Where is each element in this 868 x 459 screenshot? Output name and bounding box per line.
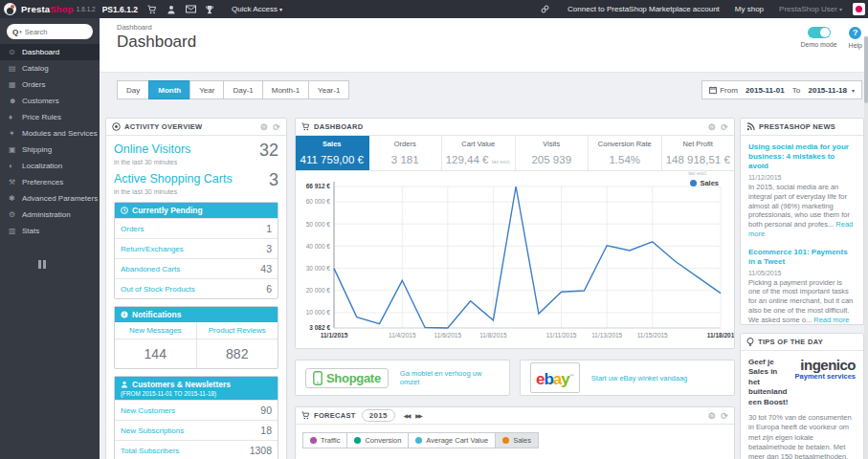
svg-text:60 000 €: 60 000 € — [306, 198, 331, 205]
svg-text:11/18/201: 11/18/201 — [707, 332, 734, 339]
prestashop-logo-icon[interactable] — [4, 3, 16, 15]
panel-title: FORECAST — [314, 411, 356, 420]
refresh-icon[interactable]: ⟳ — [721, 122, 728, 132]
product-reviews-link[interactable]: Product Reviews — [197, 322, 278, 339]
demo-mode-toggle[interactable] — [808, 27, 831, 38]
filter-year-1-button[interactable]: Year-1 — [308, 80, 349, 99]
chevron-down-icon: ▾ — [19, 29, 22, 34]
user-icon — [121, 381, 128, 388]
pending-row-out-of-stock: Out of Stock Products6 — [115, 278, 278, 298]
gear-icon[interactable]: ⚙ — [260, 122, 268, 132]
activity-overview-panel: ACTIVITY OVERVIEW ⚙ ⟳ Online Visitors32 … — [105, 118, 287, 459]
filter-year-button[interactable]: Year — [189, 80, 224, 99]
kpi-sales[interactable]: Sales 411 759,00 € tax excl. — [296, 136, 369, 170]
svg-text:11/11/2015: 11/11/2015 — [546, 332, 577, 339]
panel-title: ACTIVITY OVERVIEW — [124, 122, 203, 131]
breadcrumb[interactable]: Dashboard — [117, 23, 152, 32]
forecast-legend-sales[interactable]: Sales — [495, 432, 539, 448]
sidebar-search[interactable]: Q▾ — [7, 24, 93, 39]
customers-row-new-subscriptions: New Subscriptions18 — [115, 420, 278, 440]
svg-text:40 000 €: 40 000 € — [306, 243, 331, 250]
user-avatar[interactable] — [853, 3, 865, 15]
kpi-conversion-rate[interactable]: Conversion Rate 1.54% — [589, 136, 662, 170]
sidebar-collapse-button[interactable] — [38, 260, 100, 269]
previous-year-button[interactable]: ◀◀ — [401, 411, 412, 421]
info-icon — [121, 311, 128, 318]
sidebar-item-catalog[interactable]: ▤Catalog — [0, 60, 100, 76]
news-article-title[interactable]: Using social media for your business: 4 … — [748, 142, 856, 171]
kpi-net-profit[interactable]: Net Profit 148 918,51 € tax excl. — [662, 136, 735, 170]
filter-day-button[interactable]: Day — [117, 80, 149, 99]
kpi-visits[interactable]: Visits 205 939 — [516, 136, 590, 170]
sidebar-item-preferences[interactable]: ⚒Preferences — [0, 174, 100, 190]
forecast-legend-traffic[interactable]: Traffic — [302, 432, 347, 448]
sidebar-item-price-rules[interactable]: ♦Price Rules — [0, 109, 100, 125]
administration-icon: ⚙ — [9, 210, 22, 219]
next-year-button[interactable]: ▶▶ — [412, 411, 424, 421]
chart-legend[interactable]: Sales — [690, 179, 719, 187]
gear-icon[interactable]: ⚙ — [708, 122, 716, 132]
marketplace-connect-link[interactable]: Connect to PrestaShop Marketplace accoun… — [568, 5, 720, 13]
sidebar-item-dashboard[interactable]: ⊙Dashboard — [0, 44, 100, 60]
messages-icon[interactable] — [186, 5, 205, 13]
profile-icon[interactable] — [167, 5, 186, 14]
sales-series-dot — [690, 180, 697, 186]
gear-icon[interactable]: ⚙ — [708, 411, 716, 421]
search-input[interactable] — [25, 28, 80, 36]
news-article-title[interactable]: Ecommerce 101: Payments in a Tweet — [748, 248, 856, 267]
customers-newsletters-section: Customers & Newsletters (FROM 2015-11-01… — [114, 376, 278, 459]
tip-body: 30 tot 70% van de consumenten in Europa … — [748, 413, 856, 459]
forecast-legend-average-cart-value[interactable]: Average Cart Value — [408, 432, 496, 448]
svg-text:11/4/2015: 11/4/2015 — [389, 332, 416, 339]
read-more-link[interactable]: Read more — [813, 316, 849, 324]
shopgate-link[interactable]: Ga mobiel en verhoog uw omzet — [400, 369, 500, 386]
user-menu[interactable]: PrestaShop User▾ — [779, 5, 842, 13]
news-article-date: 11/05/2015 — [748, 270, 856, 276]
panel-title: DASHBOARD — [314, 122, 363, 131]
rss-icon — [746, 122, 755, 131]
page-scrollbar[interactable] — [864, 36, 868, 459]
date-range-picker[interactable]: From 2015-11-01 To 2015-11-18 ▾ — [701, 80, 862, 99]
new-messages-link[interactable]: New Messages — [115, 322, 196, 339]
sidebar-item-localization[interactable]: ◐Localization — [0, 158, 100, 174]
help-control: ? Help — [849, 27, 862, 49]
forecast-year-pill[interactable]: 2015 — [362, 409, 395, 422]
chevron-down-icon: ▾ — [839, 7, 842, 12]
sidebar-item-administration[interactable]: ⚙Administration — [0, 207, 100, 223]
online-visitors-link[interactable]: Online Visitors — [114, 142, 190, 156]
sidebar-item-customers[interactable]: ☻Customers — [0, 93, 100, 109]
filter-month-button[interactable]: Month — [148, 80, 190, 99]
sidebar-item-advanced-parameters[interactable]: ✱Advanced Parameters — [0, 190, 100, 207]
ebay-link[interactable]: Start uw eBay winkel vandaag — [591, 374, 687, 382]
dashboard-icon: ⊙ — [9, 48, 22, 56]
news-article-date: 11/12/2015 — [748, 174, 856, 181]
help-icon[interactable]: ? — [849, 27, 861, 39]
trophy-icon[interactable] — [205, 5, 224, 14]
refresh-icon[interactable]: ⟳ — [721, 411, 728, 421]
ebay-banner[interactable]: ebay™ Start uw eBay winkel vandaag — [520, 360, 735, 396]
sidebar-item-modules[interactable]: ✦Modules and Services — [0, 125, 100, 142]
sidebar-item-stats[interactable]: ▥Stats — [0, 223, 100, 239]
new-messages-value: 144 — [115, 339, 196, 368]
refresh-icon[interactable]: ⟳ — [273, 122, 280, 132]
sidebar-item-shipping[interactable]: ▣Shipping — [0, 142, 100, 158]
active-carts-link[interactable]: Active Shopping Carts — [114, 172, 233, 186]
sidebar-item-orders[interactable]: ▦Orders — [0, 76, 100, 93]
panel-title: PRESTASHOP NEWS — [759, 122, 835, 131]
kpi-cart-value[interactable]: Cart Value 129,44 € tax excl. — [442, 136, 516, 170]
search-icon: Q — [12, 28, 18, 36]
filter-month-1-button[interactable]: Month-1 — [262, 80, 309, 99]
topbar: PrestaShop 1.6.1.2 PS1.6.1.2 Quick Acces… — [0, 0, 868, 18]
page-title: Dashboard — [117, 33, 196, 52]
cart-icon[interactable] — [147, 5, 167, 14]
kpi-orders[interactable]: Orders 3 181 — [369, 136, 443, 170]
ebay-logo: ebay™ — [530, 362, 580, 393]
my-shop-link[interactable]: My shop — [735, 5, 764, 13]
filter-day-1-button[interactable]: Day-1 — [223, 80, 262, 99]
brand[interactable]: PrestaShop — [21, 4, 74, 14]
shopgate-banner[interactable]: Shopgate Ga mobiel en verhoog uw omzet — [295, 360, 510, 396]
forecast-legend-conversion[interactable]: Conversion — [346, 432, 409, 448]
shopgate-phone-icon — [313, 371, 323, 385]
quick-access-menu[interactable]: Quick Access▾ — [232, 5, 282, 13]
scrollbar-thumb[interactable] — [864, 36, 868, 103]
